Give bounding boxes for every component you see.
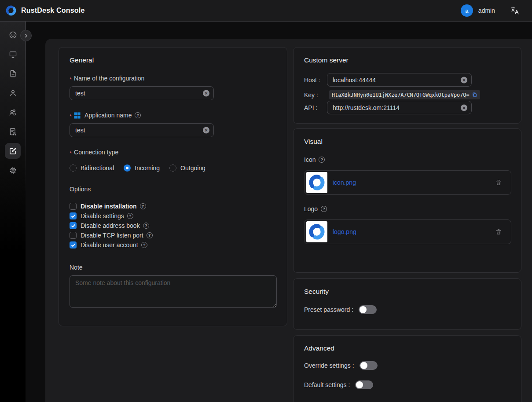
name-input[interactable] — [70, 86, 214, 100]
override-settings-row: Override settings : — [304, 361, 510, 370]
preset-password-toggle[interactable] — [359, 305, 377, 314]
sidebar-item-licenses[interactable] — [0, 122, 26, 141]
copy-icon[interactable] — [472, 92, 477, 98]
sidebar-item-devices[interactable] — [0, 44, 26, 64]
logo-label: Logo ? — [304, 205, 510, 212]
security-title: Security — [304, 288, 510, 296]
rustdesk-console-app: RustDesk Console a admin — [0, 0, 532, 402]
api-row: API : × — [304, 101, 510, 114]
icon-thumbnail — [306, 172, 327, 193]
sidebar-item-groups[interactable] — [0, 102, 26, 122]
avatar[interactable]: a — [461, 4, 473, 17]
name-input-wrap: × — [70, 86, 214, 100]
rustdesk-logo-icon — [308, 174, 326, 191]
key-value: HtaXBkJNHyn0e1U1jWXze7A7CN7QTGWqxkOtpaVp… — [332, 92, 470, 98]
note-textarea-wrap — [70, 275, 276, 310]
checkbox-row[interactable]: Disable user account ? — [70, 240, 276, 250]
checkbox-row[interactable]: Disable address book ? — [70, 221, 276, 230]
checkbox-row[interactable]: Disable TCP listen port ? — [70, 230, 276, 240]
trash-icon[interactable] — [495, 228, 502, 235]
radio-icon — [169, 164, 176, 172]
help-icon[interactable]: ? — [147, 232, 153, 238]
help-icon[interactable]: ? — [135, 112, 141, 118]
host-label: Host : — [304, 77, 327, 84]
top-bar: RustDesk Console a admin — [0, 0, 532, 22]
rustdesk-logo-icon — [308, 223, 326, 241]
required-asterisk: * — [70, 150, 72, 157]
preset-password-label: Preset password : — [304, 306, 353, 313]
radio-option[interactable]: Outgoing — [169, 164, 205, 172]
logo-file-link[interactable]: logo.png — [333, 228, 356, 235]
host-input[interactable] — [327, 73, 472, 87]
document-icon — [8, 69, 18, 78]
connection-type-label: * Connection type — [70, 149, 276, 156]
api-input[interactable] — [327, 101, 472, 114]
sidebar-item-custom-clients[interactable] — [0, 141, 26, 161]
required-asterisk: * — [70, 76, 72, 83]
logo-thumbnail — [306, 221, 327, 242]
api-label: API : — [304, 104, 327, 111]
application-name-input[interactable] — [70, 123, 214, 137]
application-name-label: * Application name ? — [70, 112, 276, 119]
options-checkbox-list: Disable installation ? Disable settings … — [70, 201, 276, 250]
checkbox-icon — [70, 203, 77, 210]
radio-icon — [70, 164, 77, 172]
windows-icon — [74, 112, 81, 119]
default-settings-toggle[interactable] — [355, 380, 373, 389]
sidebar-item-users[interactable] — [0, 83, 26, 102]
chevron-right-icon — [23, 33, 29, 38]
clear-icon[interactable]: × — [203, 127, 209, 134]
help-icon[interactable]: ? — [141, 242, 147, 248]
radio-icon — [124, 164, 131, 172]
help-icon[interactable]: ? — [319, 157, 325, 163]
api-input-wrap: × — [327, 101, 472, 114]
radio-option[interactable]: Bidirectional — [70, 164, 114, 172]
radio-option[interactable]: Incoming — [124, 164, 160, 172]
custom-server-title: Custom server — [304, 56, 510, 64]
edit-icon — [8, 146, 18, 156]
help-icon[interactable]: ? — [143, 223, 149, 229]
sidebar-item-documents[interactable] — [0, 64, 26, 83]
language-icon[interactable] — [510, 6, 520, 15]
visual-card: Visual Icon ? icon.png — [293, 128, 521, 273]
advanced-title: Advanced — [304, 344, 510, 352]
preset-password-row: Preset password : — [304, 305, 510, 314]
override-settings-toggle[interactable] — [360, 361, 378, 370]
note-label: Note — [70, 264, 276, 271]
user-icon — [8, 88, 18, 98]
host-input-wrap: × — [327, 73, 472, 87]
custom-server-card: Custom server Host : × Key : HtaXBkJNHyn… — [293, 47, 521, 124]
sidebar-item-settings[interactable] — [0, 161, 26, 180]
app-title: RustDesk Console — [21, 7, 85, 15]
override-settings-label: Override settings : — [304, 362, 354, 369]
visual-title: Visual — [304, 138, 510, 146]
general-title: General — [70, 56, 276, 64]
trash-icon[interactable] — [495, 179, 502, 186]
default-settings-row: Default settings : — [304, 380, 510, 389]
help-icon[interactable]: ? — [127, 213, 133, 219]
checkbox-row[interactable]: Disable settings ? — [70, 211, 276, 221]
sidebar-expand-button[interactable] — [20, 30, 32, 41]
clear-icon[interactable]: × — [203, 90, 209, 97]
general-card: General * Name of the configuration × * … — [59, 47, 287, 326]
help-icon[interactable]: ? — [321, 206, 327, 212]
checkbox-icon — [70, 232, 77, 239]
name-field-label: * Name of the configuration — [70, 75, 276, 82]
icon-file-link[interactable]: icon.png — [333, 179, 356, 186]
help-icon[interactable]: ? — [140, 203, 146, 209]
clear-icon[interactable]: × — [461, 77, 467, 83]
security-card: Security Preset password : — [293, 278, 521, 330]
monitor-icon — [8, 50, 18, 59]
icon-upload-box: icon.png — [304, 170, 511, 195]
default-settings-label: Default settings : — [304, 381, 350, 388]
checkbox-row[interactable]: Disable installation ? — [70, 201, 276, 211]
rustdesk-logo-icon — [5, 5, 17, 16]
license-icon — [8, 127, 18, 136]
icon-label: Icon ? — [304, 156, 510, 163]
checkbox-icon — [70, 212, 77, 219]
logo-upload-box: logo.png — [304, 219, 511, 244]
username[interactable]: admin — [478, 7, 495, 14]
required-asterisk: * — [70, 113, 72, 120]
note-textarea[interactable] — [70, 275, 277, 308]
clear-icon[interactable]: × — [461, 104, 467, 111]
